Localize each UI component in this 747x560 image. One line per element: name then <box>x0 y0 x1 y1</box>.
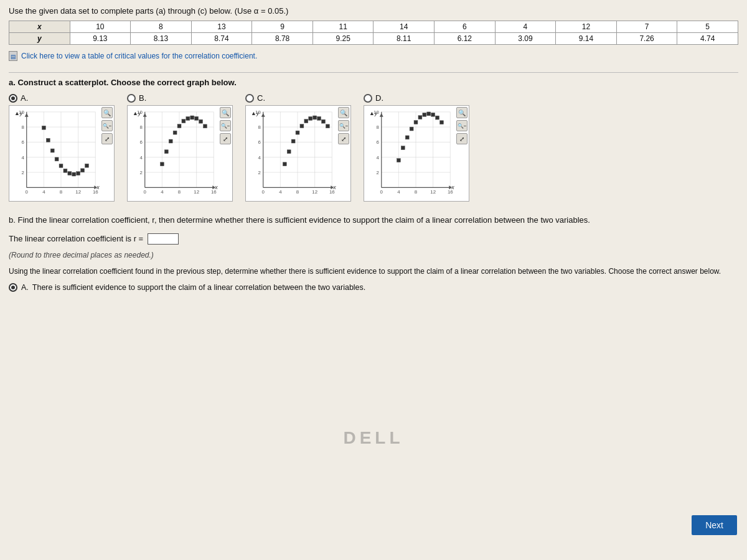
graph-c-controls: 🔍 🔍− ⤢ <box>338 107 349 144</box>
svg-text:12: 12 <box>194 189 199 195</box>
svg-text:▲y: ▲y <box>251 110 260 116</box>
resize-c[interactable]: ⤢ <box>338 133 349 144</box>
svg-rect-31 <box>72 172 76 176</box>
data-table: x1081391114641275y9.138.138.748.789.258.… <box>9 21 738 45</box>
r-label: The linear correlation coefficient is r … <box>9 234 143 243</box>
svg-text:4: 4 <box>258 155 261 161</box>
part-a-label: a. Construct a scatterplot. Choose the c… <box>9 78 738 87</box>
svg-rect-110 <box>283 162 286 166</box>
svg-rect-73 <box>195 116 199 120</box>
svg-rect-28 <box>59 164 63 167</box>
scatter-options: A. 🔍 🔍− ⤢ 2468100481216▲yx B. 🔍 🔍− <box>9 93 738 202</box>
resize-b[interactable]: ⤢ <box>220 133 231 144</box>
zoom-in-a[interactable]: 🔍 <box>101 107 113 118</box>
zoom-in-d[interactable]: 🔍 <box>456 107 467 118</box>
svg-rect-32 <box>85 164 89 167</box>
doc-icon: ▤ <box>9 51 17 61</box>
svg-text:▲y: ▲y <box>133 110 141 116</box>
next-button[interactable]: Next <box>692 515 737 535</box>
svg-text:8: 8 <box>139 124 143 130</box>
radio-b[interactable] <box>127 94 136 103</box>
svg-rect-150 <box>410 127 413 131</box>
resize-a[interactable]: ⤢ <box>101 133 113 144</box>
svg-rect-105 <box>322 119 326 123</box>
svg-rect-148 <box>397 159 400 162</box>
svg-rect-69 <box>190 116 194 119</box>
resize-d[interactable]: ⤢ <box>456 133 467 144</box>
svg-rect-70 <box>204 124 207 128</box>
radio-a[interactable] <box>9 94 17 103</box>
svg-text:8: 8 <box>296 189 299 195</box>
svg-rect-65 <box>186 116 190 120</box>
svg-text:8: 8 <box>21 124 24 130</box>
zoom-in-c[interactable]: 🔍 <box>338 107 349 118</box>
svg-marker-101 <box>261 113 265 117</box>
zoom-in-b[interactable]: 🔍 <box>220 107 231 118</box>
svg-text:4: 4 <box>139 155 143 161</box>
part-b-r-line: The linear correlation coefficient is r … <box>9 233 738 245</box>
svg-rect-109 <box>291 139 295 143</box>
svg-rect-107 <box>313 116 317 119</box>
svg-text:8: 8 <box>258 124 261 130</box>
answer-radio-a[interactable] <box>9 283 17 292</box>
svg-rect-75 <box>164 150 168 154</box>
radio-c[interactable] <box>245 94 254 103</box>
svg-rect-27 <box>68 172 72 175</box>
zoom-out-c[interactable]: 🔍− <box>338 120 349 131</box>
svg-rect-146 <box>440 121 444 124</box>
svg-text:12: 12 <box>75 189 81 195</box>
svg-marker-25 <box>25 113 29 117</box>
svg-rect-36 <box>55 157 59 161</box>
graph-a: 🔍 🔍− ⤢ 2468100481216▲yx <box>9 105 115 202</box>
svg-text:0: 0 <box>26 189 29 195</box>
zoom-out-d[interactable]: 🔍− <box>456 120 467 131</box>
zoom-out-b[interactable]: 🔍− <box>220 120 231 131</box>
svg-text:8: 8 <box>60 189 63 195</box>
radio-d[interactable] <box>364 94 372 103</box>
svg-rect-67 <box>199 119 203 123</box>
option-a-label: A. <box>21 93 28 103</box>
hint-text: (Round to three decimal places as needed… <box>9 251 738 259</box>
svg-rect-74 <box>173 131 177 134</box>
graph-d: 🔍 🔍− ⤢ 2468100481216▲yx <box>364 105 469 202</box>
zoom-out-a[interactable]: 🔍− <box>101 120 113 131</box>
svg-rect-144 <box>418 116 422 119</box>
graph-d-svg: 2468100481216▲yx <box>364 106 469 201</box>
svg-rect-29 <box>81 169 85 172</box>
svg-text:8: 8 <box>376 124 379 130</box>
svg-text:4: 4 <box>161 189 164 195</box>
graph-b: 🔍 🔍− ⤢ 2468100481216▲yx <box>127 105 233 202</box>
svg-text:0: 0 <box>144 189 147 195</box>
svg-rect-112 <box>296 131 299 134</box>
r-input[interactable] <box>148 233 179 245</box>
svg-text:4: 4 <box>376 155 379 161</box>
dell-watermark: DELL <box>343 428 403 448</box>
svg-text:6: 6 <box>376 139 379 145</box>
svg-text:0: 0 <box>262 189 265 195</box>
svg-text:2: 2 <box>139 170 142 175</box>
svg-rect-143 <box>436 116 439 119</box>
svg-rect-72 <box>160 162 164 166</box>
svg-text:2: 2 <box>258 170 260 175</box>
scatter-option-a[interactable]: A. 🔍 🔍− ⤢ 2468100481216▲yx <box>9 93 115 202</box>
svg-text:6: 6 <box>21 139 24 145</box>
scatter-option-b[interactable]: B. 🔍 🔍− ⤢ 2468100481216▲yx <box>127 93 233 202</box>
critical-values-link[interactable]: ▤ Click here to view a table of critical… <box>9 51 738 61</box>
graph-b-controls: 🔍 🔍− ⤢ <box>220 107 231 144</box>
svg-text:4: 4 <box>397 189 400 195</box>
graph-c: 🔍 🔍− ⤢ 2468100481216▲yx <box>245 105 351 202</box>
critical-values-link-text: Click here to view a table of critical v… <box>21 52 257 60</box>
svg-text:6: 6 <box>139 139 143 145</box>
svg-text:2: 2 <box>21 170 24 175</box>
option-c-label: C. <box>257 93 265 103</box>
svg-text:12: 12 <box>312 189 317 195</box>
scatter-option-c[interactable]: C. 🔍 🔍− ⤢ 2468100481216▲yx <box>245 93 351 202</box>
scatter-option-d[interactable]: D. 🔍 🔍− ⤢ 2468100481216▲yx <box>364 93 469 202</box>
svg-rect-37 <box>46 138 50 142</box>
instruction-text: Use the given data set to complete parts… <box>9 6 738 16</box>
graph-b-svg: 2468100481216▲yx <box>128 106 232 201</box>
svg-rect-104 <box>300 124 304 128</box>
answer-option-a[interactable]: A. There is sufficient evidence to suppo… <box>9 283 738 292</box>
svg-text:6: 6 <box>258 139 261 145</box>
part-b-question: Using the linear correlation coefficient… <box>9 266 738 277</box>
